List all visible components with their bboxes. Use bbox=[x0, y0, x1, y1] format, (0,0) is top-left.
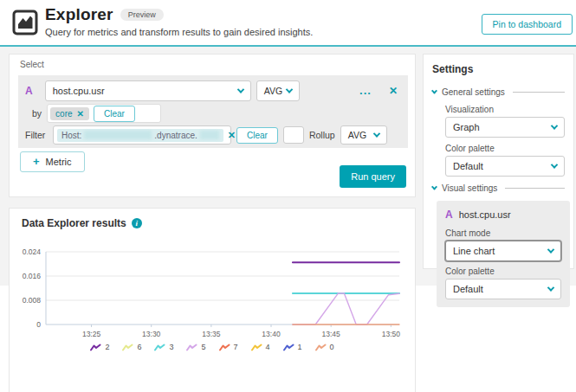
filter-host-prefix: Host: bbox=[61, 131, 81, 140]
series-line-icon bbox=[283, 344, 294, 351]
color-palette-label: Color palette bbox=[445, 144, 565, 153]
chevron-down-icon bbox=[431, 88, 437, 94]
chevron-down-icon bbox=[285, 86, 292, 93]
legend-item-5[interactable]: 5 bbox=[186, 343, 205, 351]
pin-to-dashboard-button[interactable]: Pin to dashboard bbox=[482, 14, 573, 35]
visual-settings-toggle[interactable]: Visual settings bbox=[432, 183, 565, 193]
rollup-value: AVG bbox=[348, 130, 366, 140]
chart-legend: 26357410 bbox=[10, 343, 415, 351]
redacted-hostname bbox=[84, 131, 152, 139]
by-clear-button[interactable]: Clear bbox=[94, 106, 135, 122]
chart-mode-value: Line chart bbox=[453, 246, 495, 256]
filter-text-input[interactable] bbox=[283, 126, 304, 144]
series-line-icon bbox=[90, 344, 101, 351]
general-settings-toggle[interactable]: General settings bbox=[432, 87, 565, 97]
add-metric-button[interactable]: + Metric bbox=[20, 151, 85, 172]
chevron-down-icon bbox=[547, 284, 554, 291]
general-settings-label: General settings bbox=[442, 87, 505, 97]
filter-clear-button[interactable]: Clear bbox=[236, 127, 278, 144]
legend-label: 7 bbox=[234, 343, 238, 351]
metric-row: A host.cpu.usr AVG ... ✕ bbox=[25, 80, 401, 101]
svg-text:13:25: 13:25 bbox=[82, 330, 101, 338]
chevron-down-icon bbox=[547, 246, 554, 253]
visualization-select[interactable]: Graph bbox=[445, 117, 565, 138]
visualization-value: Graph bbox=[453, 122, 480, 132]
aggregation-value: AVG bbox=[264, 86, 282, 96]
metric-select[interactable]: host.cpu.usr bbox=[45, 80, 251, 101]
legend-item-2[interactable]: 2 bbox=[90, 343, 109, 351]
filter-row: Filter Host: .dynatrace. ✕ Clear Rollup … bbox=[25, 125, 401, 145]
page-header: Explorer Preview Query for metrics and t… bbox=[0, 0, 576, 45]
run-query-button[interactable]: Run query bbox=[340, 165, 406, 188]
chevron-down-icon bbox=[431, 184, 437, 190]
metric-letter: A bbox=[445, 209, 453, 221]
svg-text:13:40: 13:40 bbox=[262, 330, 281, 338]
filter-remove-icon[interactable]: ✕ bbox=[228, 130, 236, 141]
legend-item-0[interactable]: 0 bbox=[315, 343, 334, 351]
settings-panel: Settings General settings Visualization … bbox=[423, 54, 574, 269]
legend-label: 1 bbox=[298, 343, 302, 351]
series-line-icon bbox=[251, 344, 262, 351]
results-card: Data Explorer results i 0.0240.0160.0080… bbox=[9, 208, 416, 392]
series-line-icon bbox=[315, 344, 327, 351]
svg-text:13:45: 13:45 bbox=[322, 330, 341, 338]
plus-icon: + bbox=[33, 157, 40, 166]
header-text: Explorer Preview Query for metrics and t… bbox=[45, 5, 313, 37]
remove-metric-icon[interactable]: ✕ bbox=[389, 85, 398, 97]
legend-item-4[interactable]: 4 bbox=[251, 343, 270, 351]
page-subtitle: Query for metrics and transform results … bbox=[45, 27, 313, 37]
legend-item-7[interactable]: 7 bbox=[219, 343, 238, 351]
chip-remove-icon[interactable]: ✕ bbox=[77, 109, 84, 119]
filter-domain-text: .dynatrace. bbox=[154, 131, 197, 140]
svg-text:0: 0 bbox=[36, 320, 41, 329]
legend-item-1[interactable]: 1 bbox=[283, 343, 302, 351]
metric-letter: A bbox=[25, 85, 33, 97]
legend-label: 4 bbox=[266, 343, 270, 351]
visual-color-palette-label: Color palette bbox=[445, 267, 561, 276]
results-chart: 0.0240.0160.008013:2513:3013:3513:4013:4… bbox=[10, 209, 417, 347]
series-line-icon bbox=[219, 344, 230, 351]
by-label: by bbox=[32, 108, 42, 119]
legend-item-6[interactable]: 6 bbox=[122, 343, 141, 351]
svg-text:13:50: 13:50 bbox=[382, 330, 401, 338]
legend-item-3[interactable]: 3 bbox=[154, 343, 173, 351]
svg-text:13:30: 13:30 bbox=[142, 330, 161, 338]
svg-text:0.024: 0.024 bbox=[23, 247, 42, 256]
chevron-down-icon bbox=[551, 161, 558, 168]
chevron-down-icon bbox=[551, 122, 558, 129]
color-palette-select[interactable]: Default bbox=[445, 156, 565, 177]
visual-settings-card: A host.cpu.usr Chart mode Line chart Col… bbox=[437, 201, 570, 307]
preview-badge: Preview bbox=[120, 9, 164, 21]
filter-pill: Host: .dynatrace. bbox=[57, 129, 223, 142]
svg-text:0.016: 0.016 bbox=[23, 272, 42, 280]
chevron-down-icon bbox=[236, 86, 243, 93]
explorer-chart-icon bbox=[12, 10, 38, 35]
chart-mode-select[interactable]: Line chart bbox=[445, 241, 561, 261]
chevron-down-icon bbox=[372, 130, 379, 137]
settings-title: Settings bbox=[432, 63, 565, 75]
redacted-suffix bbox=[200, 131, 219, 139]
series-line-icon bbox=[186, 344, 197, 351]
aggregation-select[interactable]: AVG bbox=[256, 80, 300, 101]
legend-label: 5 bbox=[201, 343, 205, 351]
split-by-input[interactable]: core ✕ Clear bbox=[47, 104, 161, 123]
filter-input[interactable]: Host: .dynatrace. ✕ bbox=[53, 125, 231, 145]
visual-color-palette-value: Default bbox=[453, 284, 483, 294]
more-options-icon[interactable]: ... bbox=[359, 87, 372, 95]
chip-label: core bbox=[55, 109, 72, 119]
legend-label: 0 bbox=[330, 343, 334, 351]
legend-label: 2 bbox=[105, 343, 109, 351]
rollup-select[interactable]: AVG bbox=[340, 125, 387, 145]
color-palette-value: Default bbox=[453, 161, 483, 171]
visual-color-palette-select[interactable]: Default bbox=[445, 279, 561, 299]
filter-label: Filter bbox=[25, 130, 48, 140]
add-metric-label: Metric bbox=[46, 157, 72, 167]
select-label: Select bbox=[20, 60, 44, 69]
query-builder-card: Select A host.cpu.usr AVG ... ✕ by bbox=[9, 54, 416, 197]
metric-name: host.cpu.usr bbox=[53, 86, 105, 96]
series-line-icon bbox=[122, 344, 133, 351]
visualization-label: Visualization bbox=[445, 105, 565, 114]
dimension-chip-core[interactable]: core ✕ bbox=[50, 107, 89, 120]
page-title: Explorer bbox=[45, 5, 113, 24]
split-by-row: by core ✕ Clear bbox=[25, 104, 401, 123]
